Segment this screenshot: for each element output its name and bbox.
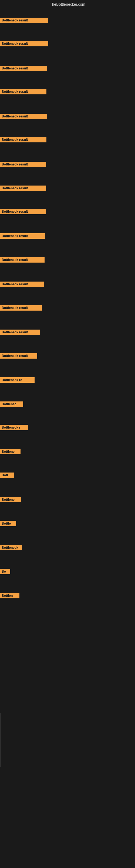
- bottleneck-result-item: Bottleneck result: [0, 330, 40, 335]
- bottleneck-result-item: Bottlene: [0, 497, 21, 502]
- site-title: TheBottlenecker.com: [0, 0, 135, 8]
- bottleneck-result-item: Bottleneck result: [0, 41, 48, 46]
- bottleneck-result-item: Bottleneck result: [0, 257, 45, 262]
- bottleneck-result-item: Bottleneck result: [0, 18, 48, 23]
- bottleneck-result-item: Bottleneck: [0, 545, 22, 550]
- bottleneck-result-item: Bottle: [0, 521, 16, 526]
- bottleneck-result-item: Bottleneck result: [0, 137, 46, 143]
- bottleneck-result-item: Bottleneck result: [0, 282, 44, 287]
- bottleneck-result-item: Bottlen: [0, 593, 19, 598]
- bottleneck-result-item: Bottleneck result: [0, 353, 37, 359]
- bottleneck-result-item: Bottleneck result: [0, 186, 46, 191]
- bottleneck-result-item: Bottleneck result: [0, 114, 47, 119]
- bottleneck-result-item: Bottleneck re: [0, 377, 35, 383]
- bottleneck-result-item: Bottleneck result: [0, 162, 46, 167]
- bottleneck-result-item: Bottlenec: [0, 401, 23, 407]
- bottleneck-result-item: Bott: [0, 472, 14, 478]
- bottleneck-result-item: Bottleneck result: [0, 233, 45, 239]
- bottleneck-result-item: Bottleneck result: [0, 305, 42, 311]
- bottleneck-result-item: Bottlene: [0, 449, 20, 454]
- bottleneck-result-item: Bottleneck result: [0, 209, 46, 214]
- bottleneck-result-item: Bottleneck r: [0, 425, 28, 430]
- bottleneck-result-item: Bottleneck result: [0, 89, 46, 94]
- bottleneck-result-item: Bo: [0, 569, 10, 574]
- bottleneck-result-item: Bottleneck result: [0, 66, 47, 71]
